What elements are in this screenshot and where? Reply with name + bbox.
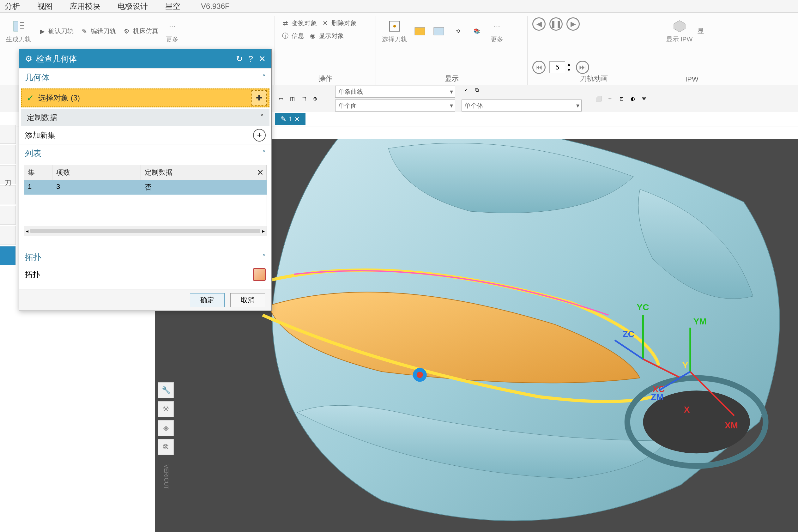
gear-icon: ⚙ (25, 54, 32, 64)
remove-row-icon[interactable]: ✕ (253, 165, 267, 180)
custom-data-row[interactable]: 定制数据˅ (21, 109, 269, 126)
left-slot-3[interactable]: 刀 (0, 165, 16, 184)
section-geometry[interactable]: 几何体˄ (19, 68, 271, 87)
menu-analyze[interactable]: 分析 (5, 1, 20, 12)
pick-target-icon[interactable]: ✚ (251, 90, 267, 106)
left-slot-6[interactable] (0, 226, 16, 245)
svg-rect-3 (415, 27, 425, 35)
display-icon-1[interactable] (412, 24, 428, 39)
btn-step-last[interactable]: ⏭ (576, 61, 589, 74)
table-row[interactable]: 1 3 否 (24, 180, 267, 195)
svg-text:YM: YM (694, 317, 707, 326)
left-slot-5[interactable] (0, 206, 16, 225)
group-label-display: 显示 (376, 74, 527, 83)
menu-view[interactable]: 视图 (37, 1, 53, 12)
delete-icon: ✕ (321, 19, 329, 27)
help-icon[interactable]: ? (249, 54, 253, 64)
topology-row[interactable]: 拓扑 (19, 266, 271, 283)
btn-confirm-path[interactable]: ▶确认刀轨 (36, 25, 75, 37)
curve-tool-1[interactable]: ⟋ (461, 86, 470, 94)
group-label-ipw: IPW (660, 75, 723, 83)
edit-path-icon: ✎ (80, 27, 89, 36)
col-count[interactable]: 项数 (53, 165, 141, 180)
svg-point-9 (417, 372, 423, 378)
btn-generate-path[interactable]: 生成刀轨 (5, 17, 33, 45)
btn-step-first[interactable]: ⏮ (532, 61, 546, 74)
svg-text:X: X (684, 405, 690, 415)
svg-point-2 (393, 25, 396, 27)
table-scrollbar[interactable]: ◂▸ (24, 226, 267, 236)
left-resource-bar: 刀 (0, 125, 16, 265)
view-tool-1[interactable]: ⬜ (594, 94, 603, 103)
display-icon-2[interactable] (431, 24, 446, 39)
curve-tool-2[interactable]: ⧉ (472, 86, 481, 94)
ok-button[interactable]: 确定 (190, 293, 225, 307)
vtool-1[interactable]: 🔧 (158, 382, 174, 398)
left-slot-1[interactable] (0, 125, 16, 144)
filter-icon-4[interactable]: ⊕ (310, 94, 319, 103)
view-tool-5[interactable]: 👁 (640, 94, 649, 103)
surface-icon[interactable] (253, 268, 266, 281)
select-face[interactable]: 单个面 (335, 99, 455, 112)
vtool-4[interactable]: 🛠 (158, 439, 174, 455)
btn-swap[interactable]: ⇄变换对象 (280, 17, 318, 29)
select-curve[interactable]: 单条曲线 (335, 86, 455, 98)
btn-more-1[interactable]: ⋯更多 (163, 17, 181, 45)
select-path-icon (387, 19, 402, 34)
left-slot-7[interactable] (0, 246, 16, 265)
chevron-up-icon: ˄ (262, 149, 266, 158)
btn-machine-sim[interactable]: ⚙机床仿真 (121, 25, 159, 37)
chevron-up-icon: ˄ (262, 253, 266, 262)
cancel-button[interactable]: 取消 (230, 293, 265, 307)
filter-icon-2[interactable]: ◫ (288, 94, 297, 103)
section-list[interactable]: 列表˄ (19, 144, 271, 163)
dialog-titlebar[interactable]: ⚙ 检查几何体 ↻ ? ✕ (19, 49, 271, 68)
btn-pause[interactable]: ❚❚ (549, 17, 563, 31)
group-label-operation: 操作 (275, 74, 376, 83)
section-topology[interactable]: 拓扑˄ (19, 248, 271, 266)
btn-play-rev[interactable]: ◀ (532, 17, 546, 31)
active-tab[interactable]: ✎ t ✕ (275, 113, 305, 125)
tab-close-icon[interactable]: ✕ (294, 115, 300, 123)
view-tool-4[interactable]: ◐ (628, 94, 637, 103)
btn-show-obj[interactable]: ◉显示对象 (307, 30, 345, 41)
left-slot-2[interactable] (0, 145, 16, 164)
select-objects-row[interactable]: ✓ 选择对象 (3) ✚ (21, 89, 269, 108)
filter-icon-3[interactable]: ⬚ (299, 94, 308, 103)
add-set-row[interactable]: 添加新集 + (19, 126, 271, 144)
reset-icon[interactable]: ↻ (236, 54, 243, 64)
btn-play-fwd[interactable]: ▶ (566, 17, 580, 31)
btn-info[interactable]: ⓘ信息 (280, 30, 305, 41)
btn-select-path[interactable]: 选择刀轨 (381, 17, 408, 45)
vtool-2[interactable]: ⚒ (158, 401, 174, 417)
display-icon-4[interactable]: 📚 (469, 24, 484, 39)
svg-marker-5 (674, 21, 685, 32)
filter-icon-1[interactable]: ▭ (277, 94, 285, 103)
btn-delete[interactable]: ✕删除对象 (319, 17, 358, 29)
select-body[interactable]: 单个体 (461, 99, 582, 112)
group-label-anim: 刀轨动画 (528, 74, 660, 83)
menu-electrode[interactable]: 电极设计 (117, 1, 148, 12)
view-tool-3[interactable]: ⊡ (617, 94, 626, 103)
col-set[interactable]: 集 (24, 165, 53, 180)
display-icon-3[interactable]: ⟲ (450, 24, 466, 39)
checkmark-icon: ✓ (26, 93, 34, 103)
plus-icon[interactable]: + (253, 129, 266, 141)
vtool-label: VERICUT (158, 458, 174, 496)
col-custom[interactable]: 定制数据 (141, 165, 204, 180)
tab-label: t (289, 115, 291, 123)
menu-star[interactable]: 星空 (165, 1, 180, 12)
ipw-icon (672, 19, 687, 34)
left-slot-4[interactable] (0, 186, 16, 204)
menubar: 分析 视图 应用模块 电极设计 星空 V6.936F 查找命令 (0, 0, 798, 13)
close-icon[interactable]: ✕ (259, 54, 266, 64)
show-obj-icon: ◉ (308, 31, 317, 40)
view-tool-2[interactable]: ↔ (606, 94, 614, 103)
btn-edit-path[interactable]: ✎编辑刀轨 (79, 25, 117, 37)
btn-ipw[interactable]: 显示 IPW (665, 17, 694, 45)
vtool-3[interactable]: ◈ (158, 420, 174, 436)
menu-app[interactable]: 应用模块 (70, 1, 100, 12)
step-value[interactable]: 5 ▲▼ (549, 61, 572, 73)
btn-more-3[interactable]: ⋯更多 (488, 17, 506, 45)
app-version: V6.936F (201, 2, 230, 11)
